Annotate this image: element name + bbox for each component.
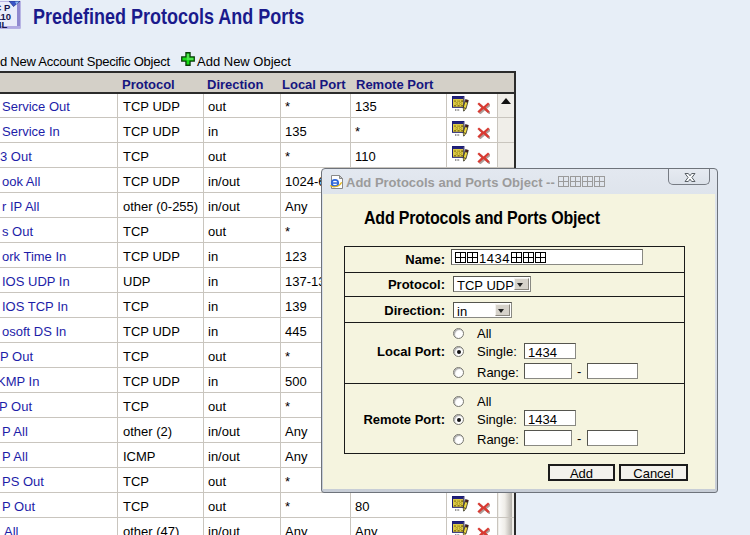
svg-text:AIL: AIL xyxy=(0,19,8,29)
